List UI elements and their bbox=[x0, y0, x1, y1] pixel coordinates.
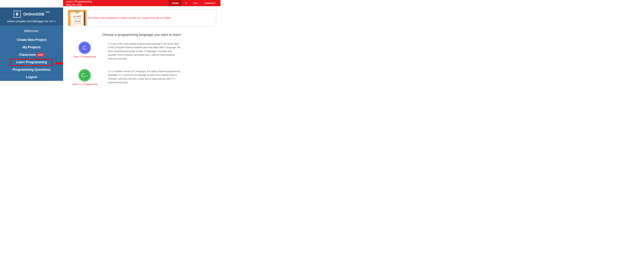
new-badge: new bbox=[37, 53, 44, 57]
top-nav: HOMECC++CONTACT bbox=[168, 0, 220, 6]
welcome-text: Welcome, bbox=[0, 26, 63, 36]
ad-line1: Be Bold bbox=[74, 15, 81, 18]
ad-line2: OR ITALIC bbox=[74, 18, 81, 19]
brand-name: OnlineGDB beta bbox=[23, 12, 50, 16]
learn-cpp-link[interactable]: Learn C++ Programming bbox=[72, 83, 97, 86]
svg-marker-0 bbox=[15, 11, 18, 17]
bolt-icon bbox=[14, 11, 21, 18]
logo-row: OnlineGDB beta bbox=[3, 11, 60, 18]
c-circle-icon[interactable]: C bbox=[79, 42, 90, 54]
language-row-c: CLearn C ProgrammingC is one of the most… bbox=[67, 42, 216, 61]
brand-sup: beta bbox=[46, 11, 50, 13]
ad-line3: Never bbox=[74, 19, 81, 23]
sidebar-item-learn-programming[interactable]: Learn Programming bbox=[0, 58, 63, 66]
ad-banner[interactable]: Be Bold OR ITALIC Never REGULAR Find uni… bbox=[67, 9, 216, 26]
sidebar-item-my-projects[interactable]: My Projects bbox=[0, 44, 63, 51]
sidebar-item-label: My Projects bbox=[22, 45, 40, 49]
sidebar-item-label: Create New Project bbox=[17, 38, 46, 42]
sidebar-item-programming-questions[interactable]: Programming Questions bbox=[0, 66, 63, 73]
sidebar-item-label: Programming Questions bbox=[13, 68, 50, 71]
ad-image: Be Bold OR ITALIC Never REGULAR bbox=[68, 10, 87, 26]
nav-contact[interactable]: CONTACT bbox=[201, 0, 219, 6]
sidebar-item-label: Logout bbox=[26, 75, 37, 79]
page-heading: Choose a programming language you want t… bbox=[63, 33, 220, 37]
sidebar: OnlineGDB beta online compiler and debug… bbox=[0, 0, 63, 93]
cpp-description: C++ is modern version of C language. It … bbox=[108, 70, 181, 85]
nav-c[interactable]: C bbox=[182, 0, 190, 6]
cpp-circle-icon[interactable]: C++ bbox=[79, 70, 90, 81]
site-title-line1: Learn Programming bbox=[66, 0, 92, 3]
learn-c-link[interactable]: Learn C Programming bbox=[73, 55, 96, 58]
spacer bbox=[0, 0, 63, 7]
main-content: Learn Programming step by step HOMECC++C… bbox=[63, 0, 220, 93]
brand-subtitle: online compiler and debugger for c/c++ bbox=[3, 20, 60, 23]
nav-home[interactable]: HOME bbox=[168, 0, 182, 6]
brand-text: OnlineGDB bbox=[23, 12, 44, 16]
sidebar-item-label: Learn Programming bbox=[16, 60, 47, 64]
sidebar-item-label: Classroom bbox=[19, 53, 36, 56]
language-icon-col: CLearn C Programming bbox=[67, 42, 102, 58]
sidebar-item-classroom[interactable]: Classroomnew bbox=[0, 51, 63, 58]
language-icon-col: C++Learn C++ Programming bbox=[67, 70, 102, 86]
c-description: C is one of the most popular programming… bbox=[108, 42, 181, 61]
sidebar-item-logout[interactable]: Logout bbox=[0, 73, 63, 81]
sidebar-header: OnlineGDB beta online compiler and debug… bbox=[0, 7, 63, 26]
nav-cplusplus[interactable]: C++ bbox=[190, 0, 201, 6]
sidebar-item-create-new-project[interactable]: Create New Project bbox=[0, 36, 63, 44]
ad-text[interactable]: Find unique fonts designed by Creators j… bbox=[88, 17, 171, 19]
topbar: Learn Programming step by step HOMECC++C… bbox=[63, 0, 220, 6]
language-row-cpp: C++Learn C++ ProgrammingC++ is modern ve… bbox=[67, 70, 216, 86]
site-title-line2: step by step bbox=[66, 3, 92, 6]
site-title: Learn Programming step by step bbox=[63, 0, 92, 6]
